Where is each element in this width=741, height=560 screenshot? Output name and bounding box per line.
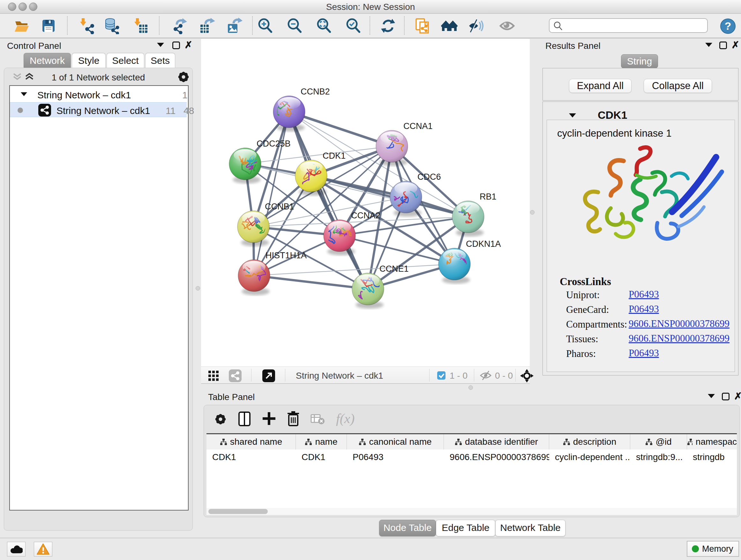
crosslink-tissues-link[interactable]: 9606.ENSP00000378699 bbox=[629, 333, 730, 344]
refresh-button[interactable] bbox=[380, 17, 396, 34]
control-panel-close-icon[interactable]: ✗ bbox=[185, 41, 192, 49]
table-row[interactable]: CDK1 CDK1 P06493 9606.ENSP00000378699 cy… bbox=[206, 449, 737, 465]
export-image-button[interactable] bbox=[226, 17, 243, 34]
tab-node-table[interactable]: Node Table bbox=[379, 520, 436, 537]
hidden-eye-icon[interactable] bbox=[480, 370, 492, 381]
network-edge[interactable] bbox=[289, 112, 392, 146]
network-node-CDC25B[interactable] bbox=[229, 148, 261, 180]
control-panel-maximize-icon[interactable] bbox=[172, 42, 180, 49]
network-edge[interactable] bbox=[254, 275, 368, 289]
home-string-button[interactable] bbox=[441, 17, 458, 34]
show-columns-icon[interactable] bbox=[238, 412, 252, 427]
collapse-all-button[interactable]: Collapse All bbox=[644, 79, 712, 93]
table-panel-maximize-icon[interactable] bbox=[722, 393, 730, 400]
table-panel-close-icon[interactable]: ✗ bbox=[734, 392, 741, 400]
open-session-button[interactable] bbox=[13, 17, 30, 34]
import-network-from-database-button[interactable] bbox=[104, 17, 120, 34]
tab-string[interactable]: String bbox=[621, 54, 658, 68]
cloud-icon bbox=[10, 544, 23, 554]
column-header-namespace[interactable]: namespac bbox=[687, 434, 737, 449]
results-panel-float-icon[interactable] bbox=[705, 43, 712, 47]
help-button[interactable]: ? bbox=[720, 18, 736, 34]
table-panel-float-icon[interactable] bbox=[708, 394, 715, 398]
warning-button[interactable] bbox=[34, 542, 52, 557]
network-node-CDKN1A[interactable] bbox=[439, 248, 470, 280]
gear-icon[interactable] bbox=[177, 70, 191, 84]
column-header-database-identifier[interactable]: database identifier bbox=[444, 434, 549, 449]
zoom-out-button[interactable] bbox=[286, 17, 303, 34]
refresh-icon bbox=[380, 17, 396, 34]
gene-collapse-icon[interactable] bbox=[569, 113, 576, 118]
table-hscrollbar[interactable] bbox=[206, 508, 737, 515]
window-title: Session: New Session bbox=[0, 2, 741, 12]
tab-network-table[interactable]: Network Table bbox=[495, 520, 565, 537]
right-splitter-handle[interactable] bbox=[530, 210, 535, 214]
zoom-in-button[interactable] bbox=[257, 17, 274, 34]
add-column-icon[interactable] bbox=[262, 412, 276, 426]
show-eye-button[interactable] bbox=[499, 17, 515, 34]
zoom-fit-button[interactable] bbox=[316, 17, 333, 34]
network-node-CCNB2[interactable] bbox=[265, 96, 305, 128]
column-header-description[interactable]: description bbox=[549, 434, 630, 449]
column-header-shared-name[interactable]: shared name bbox=[206, 434, 296, 449]
import-network-button[interactable] bbox=[78, 17, 95, 34]
crosslink-uniprot-link[interactable]: P06493 bbox=[629, 289, 659, 300]
column-type-icon bbox=[359, 438, 366, 445]
zoom-in-icon bbox=[257, 17, 274, 34]
network-node-CCNE1[interactable] bbox=[352, 272, 384, 305]
import-table-button[interactable] bbox=[132, 17, 149, 34]
export-network-button[interactable] bbox=[171, 17, 188, 34]
network-tree: String Network – cdk1 1 String Network –… bbox=[9, 85, 189, 510]
network-node-HIST1H1A[interactable] bbox=[236, 260, 270, 292]
birds-eye-grid-icon[interactable] bbox=[208, 370, 219, 381]
table-hscrollbar-thumb[interactable] bbox=[208, 509, 268, 514]
horizontal-splitter-handle[interactable] bbox=[468, 385, 473, 390]
tab-edge-table[interactable]: Edge Table bbox=[436, 520, 495, 537]
control-panel-float-icon[interactable] bbox=[157, 43, 164, 47]
hide-glass-button[interactable] bbox=[468, 17, 484, 34]
tab-network[interactable]: Network bbox=[23, 53, 71, 68]
eye-slash-icon bbox=[468, 17, 484, 34]
cloud-button[interactable] bbox=[7, 542, 25, 557]
function-builder-icon[interactable]: f(x) bbox=[336, 411, 354, 426]
delete-table-icon[interactable] bbox=[311, 414, 325, 425]
string-icon-disabled[interactable] bbox=[228, 369, 242, 382]
column-header-canonical-name[interactable]: canonical name bbox=[347, 434, 444, 449]
tab-sets[interactable]: Sets bbox=[145, 53, 175, 68]
memory-button[interactable]: Memory bbox=[687, 541, 739, 557]
network-view-title: String Network – cdk1 bbox=[296, 371, 383, 381]
results-panel-maximize-icon[interactable] bbox=[719, 42, 727, 49]
column-header-id[interactable]: @id bbox=[630, 434, 687, 449]
crosslink-genecard-link[interactable]: P06493 bbox=[629, 303, 659, 315]
crosslink-compartments-link[interactable]: 9606.ENSP00000378699 bbox=[629, 318, 730, 329]
network-node-CCNA1[interactable] bbox=[376, 126, 412, 162]
selected-checkbox-icon[interactable] bbox=[437, 371, 446, 380]
fit-content-crosshair-icon[interactable] bbox=[520, 369, 534, 382]
expand-all-button[interactable]: Expand All bbox=[569, 79, 631, 93]
network-view-toolbar: String Network – cdk1 1 - 0 0 - 0 bbox=[201, 367, 530, 384]
open-in-new-icon[interactable] bbox=[262, 369, 275, 382]
network-canvas[interactable]: CCNB2CCNA1CDC25BCDK1CDC6RB1CCNB1CCNA2CDK… bbox=[201, 39, 530, 367]
zoom-selected-button[interactable] bbox=[345, 17, 362, 34]
column-header-name[interactable]: name bbox=[296, 434, 347, 449]
network-node-CCNA2[interactable] bbox=[324, 220, 355, 252]
left-splitter-handle[interactable] bbox=[196, 286, 200, 291]
table-gear-icon[interactable] bbox=[213, 412, 227, 426]
results-panel-close-icon[interactable]: ✗ bbox=[731, 41, 739, 49]
eye-icon bbox=[499, 17, 515, 34]
tab-style[interactable]: Style bbox=[72, 53, 106, 68]
network-node-RB1[interactable] bbox=[452, 200, 484, 233]
network-row-selected[interactable]: String Network – cdk1 11 48 bbox=[10, 102, 187, 117]
delete-column-icon[interactable] bbox=[286, 411, 300, 427]
network-node-CCNB1[interactable] bbox=[238, 211, 269, 243]
collection-expand-icon[interactable] bbox=[21, 92, 27, 96]
string-network-icon bbox=[38, 104, 51, 117]
network-edge[interactable] bbox=[289, 112, 368, 289]
clone-network-button[interactable] bbox=[414, 17, 431, 34]
export-table-button[interactable] bbox=[199, 17, 215, 34]
crosslink-pharos-link[interactable]: P06493 bbox=[629, 348, 659, 359]
save-session-button[interactable] bbox=[40, 17, 57, 34]
tab-select[interactable]: Select bbox=[107, 53, 144, 68]
network-collection-row[interactable]: String Network – cdk1 1 bbox=[10, 87, 187, 102]
search-input[interactable] bbox=[549, 18, 708, 33]
